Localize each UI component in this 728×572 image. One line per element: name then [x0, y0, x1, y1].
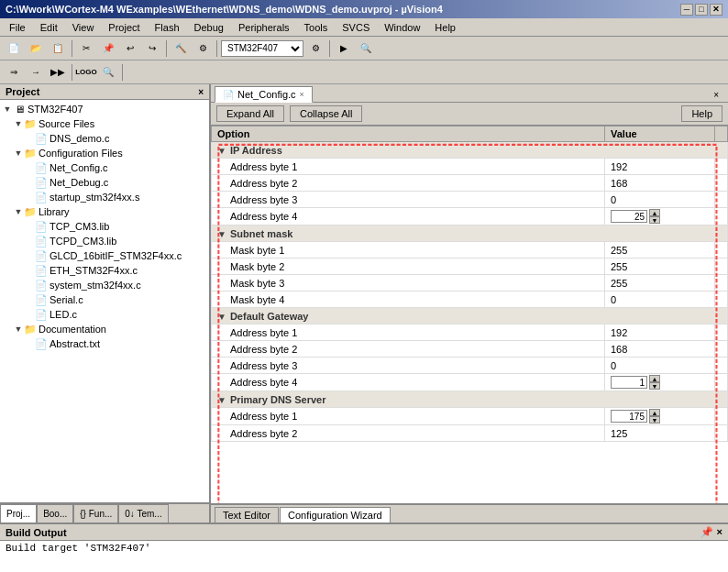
menu-item-svcs[interactable]: SVCS — [336, 20, 375, 35]
new-file-button[interactable]: 📄 — [4, 39, 24, 58]
spin-down-button[interactable]: ▼ — [649, 416, 660, 424]
config-section-row[interactable]: ▼Primary DNS Server — [212, 391, 728, 408]
tree-file[interactable]: 📄LED.c — [0, 307, 209, 322]
tree-file[interactable]: 📄Serial.c — [0, 292, 209, 307]
config-section-row[interactable]: ▼Default Gateway — [212, 308, 728, 324]
value-cell[interactable]: ▲▼ — [605, 208, 715, 226]
config-toolbar: Expand All Collapse All Help — [211, 103, 728, 126]
section-toggle-icon[interactable]: ▼ — [217, 229, 226, 239]
search-button[interactable]: 🔍 — [356, 39, 376, 58]
menu-item-peripherals[interactable]: Peripherals — [233, 20, 295, 35]
section-toggle-icon[interactable]: ▼ — [217, 312, 226, 322]
step-over-button[interactable]: → — [26, 63, 46, 82]
menu-item-flash[interactable]: Flash — [149, 20, 185, 35]
scrollbar-cell — [715, 358, 728, 374]
cut-button[interactable]: ✂ — [76, 39, 96, 58]
menu-item-debug[interactable]: Debug — [189, 20, 229, 35]
undo-button[interactable]: ↩ — [120, 39, 140, 58]
value-cell[interactable]: ▲▼ — [605, 374, 715, 391]
panel-btab-0--tem---[interactable]: 0↓ Tem... — [118, 504, 168, 522]
tree-file[interactable]: 📄GLCD_16bitIF_STM32F4xx.c — [0, 248, 209, 263]
config-section-row[interactable]: ▼Subnet mask — [212, 226, 728, 242]
menu-item-edit[interactable]: Edit — [35, 20, 63, 35]
spin-control[interactable]: ▲▼ — [611, 409, 709, 424]
panel-btab----fun---[interactable]: {} Fun... — [73, 504, 118, 522]
config-section-row[interactable]: ▼IP Address — [212, 142, 728, 159]
panel-btab-proj---[interactable]: Proj... — [0, 504, 37, 522]
menu-item-file[interactable]: File — [4, 20, 31, 35]
debug-button[interactable]: ▶ — [334, 39, 354, 58]
build-button[interactable]: 🔨 — [171, 39, 191, 58]
tree-toggle-icon[interactable]: ▼ — [13, 119, 24, 128]
tree-toggle-icon[interactable]: ▼ — [13, 207, 24, 216]
tree-folder[interactable]: ▼📁Configuration Files — [0, 146, 209, 160]
project-panel-close[interactable]: × — [198, 87, 204, 97]
tree-folder[interactable]: ▼📁Documentation — [0, 322, 209, 336]
minimize-button[interactable]: ─ — [680, 4, 693, 16]
doc-tab-close[interactable]: × — [300, 90, 304, 99]
spin-up-button[interactable]: ▲ — [649, 209, 660, 216]
build-close-icon[interactable]: × — [717, 526, 722, 538]
tree-file[interactable]: 📄Net_Debug.c — [0, 175, 209, 190]
run-button[interactable]: ▶▶ — [48, 63, 68, 82]
menu-item-window[interactable]: Window — [379, 20, 425, 35]
content-area: 📄 Net_Config.c × × Expand All Collapse A… — [211, 84, 728, 522]
maximize-button[interactable]: □ — [695, 4, 708, 16]
target-combo[interactable]: STM32F407 — [221, 40, 303, 57]
tree-toggle-icon[interactable]: ▼ — [13, 324, 24, 334]
collapse-all-button[interactable]: Collapse All — [290, 105, 362, 122]
expand-all-button[interactable]: Expand All — [216, 105, 284, 122]
tree-root[interactable]: ▼🖥STM32F407 — [0, 102, 209, 116]
redo-button[interactable]: ↪ — [142, 39, 162, 58]
copy-button[interactable]: 📋 — [48, 39, 68, 58]
tree-file[interactable]: 📄system_stm32f4xx.c — [0, 278, 209, 292]
spin-up-button[interactable]: ▲ — [649, 409, 660, 416]
tree-file[interactable]: 📄TCPD_CM3.lib — [0, 234, 209, 248]
rebuild-button[interactable]: ⚙ — [193, 39, 213, 58]
menu-item-tools[interactable]: Tools — [299, 20, 334, 35]
spin-down-button[interactable]: ▼ — [649, 216, 660, 224]
spin-control[interactable]: ▲▼ — [611, 209, 709, 224]
tree-toggle-icon[interactable]: ▼ — [2, 104, 13, 114]
tree-file[interactable]: 📄ETH_STM32F4xx.c — [0, 263, 209, 278]
step-into-button[interactable]: ⇒ — [4, 63, 24, 82]
menu-item-view[interactable]: View — [67, 20, 100, 35]
tree-file[interactable]: 📄DNS_demo.c — [0, 131, 209, 146]
tree-toggle-icon[interactable]: ▼ — [13, 148, 24, 158]
zoom-btn[interactable]: 🔍 — [98, 63, 118, 82]
tree-label: ETH_STM32F4xx.c — [50, 265, 138, 276]
panel-btab-boo---[interactable]: Boo... — [37, 504, 73, 522]
spin-input[interactable] — [611, 410, 647, 423]
editor-tab-configuration-wizard[interactable]: Configuration Wizard — [280, 507, 391, 522]
logo-btn[interactable]: LOGO — [76, 63, 96, 82]
tree-folder[interactable]: ▼📁Library — [0, 204, 209, 219]
open-button[interactable]: 📂 — [26, 39, 46, 58]
spin-input[interactable] — [611, 210, 647, 223]
tree-file[interactable]: 📄startup_stm32f4xx.s — [0, 190, 209, 204]
menu-item-help[interactable]: Help — [429, 20, 461, 35]
section-label: ▼IP Address — [212, 142, 728, 159]
tree-file[interactable]: 📄Net_Config.c — [0, 160, 209, 175]
table-row: Address byte 4▲▼ — [212, 208, 728, 226]
tree-file[interactable]: 📄TCP_CM3.lib — [0, 219, 209, 234]
section-toggle-icon[interactable]: ▼ — [217, 395, 226, 405]
close-button[interactable]: ✕ — [710, 4, 722, 16]
spin-control[interactable]: ▲▼ — [611, 375, 709, 390]
paste-button[interactable]: 📌 — [98, 39, 118, 58]
spin-input[interactable] — [611, 376, 647, 389]
value-cell[interactable]: ▲▼ — [605, 408, 715, 425]
menu-item-project[interactable]: Project — [103, 20, 145, 35]
doc-tab-netconfig[interactable]: 📄 Net_Config.c × — [215, 86, 313, 103]
spin-down-button[interactable]: ▼ — [649, 382, 660, 390]
section-toggle-icon[interactable]: ▼ — [217, 146, 226, 156]
doc-area-close[interactable]: × — [708, 88, 724, 102]
tree-folder[interactable]: ▼📁Source Files — [0, 116, 209, 131]
config-table-area[interactable]: Option Value ▼IP AddressAddress byte 119… — [211, 126, 728, 442]
options-button[interactable]: ⚙ — [305, 39, 325, 58]
help-button[interactable]: Help — [681, 105, 722, 122]
scrollbar-cell — [715, 192, 728, 208]
tree-file[interactable]: 📄Abstract.txt — [0, 336, 209, 351]
build-pin-icon[interactable]: 📌 — [700, 526, 713, 538]
editor-tab-text-editor[interactable]: Text Editor — [215, 507, 279, 522]
spin-up-button[interactable]: ▲ — [649, 375, 660, 382]
